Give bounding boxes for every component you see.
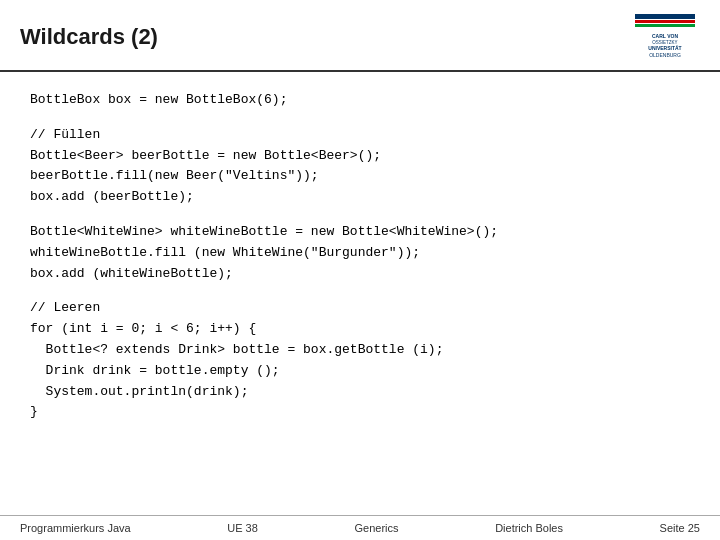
footer-page: Seite 25 bbox=[660, 522, 700, 534]
svg-rect-3 bbox=[635, 24, 695, 27]
svg-rect-2 bbox=[635, 20, 695, 23]
footer-ue: UE 38 bbox=[227, 522, 258, 534]
slide-footer: Programmierkurs Java UE 38 Generics Diet… bbox=[0, 515, 720, 540]
code-section-1: BottleBox box = new BottleBox(6); bbox=[30, 90, 690, 111]
code-text-2: // Füllen Bottle<Beer> beerBottle = new … bbox=[30, 125, 690, 208]
code-section-4: // Leeren for (int i = 0; i < 6; i++) { … bbox=[30, 298, 690, 423]
footer-course: Programmierkurs Java bbox=[20, 522, 131, 534]
slide: Wildcards (2) CARL VON OSSIETZKY UNIVERS… bbox=[0, 0, 720, 540]
code-text-4: // Leeren for (int i = 0; i < 6; i++) { … bbox=[30, 298, 690, 423]
svg-text:OLDENBURG: OLDENBURG bbox=[649, 52, 681, 58]
code-section-2: // Füllen Bottle<Beer> beerBottle = new … bbox=[30, 125, 690, 208]
code-text-3: Bottle<WhiteWine> whiteWineBottle = new … bbox=[30, 222, 690, 284]
code-text-1: BottleBox box = new BottleBox(6); bbox=[30, 90, 690, 111]
slide-header: Wildcards (2) CARL VON OSSIETZKY UNIVERS… bbox=[0, 0, 720, 72]
code-section-3: Bottle<WhiteWine> whiteWineBottle = new … bbox=[30, 222, 690, 284]
footer-author: Dietrich Boles bbox=[495, 522, 563, 534]
svg-rect-1 bbox=[635, 14, 695, 19]
footer-topic: Generics bbox=[354, 522, 398, 534]
university-logo: CARL VON OSSIETZKY UNIVERSITÄT OLDENBURG bbox=[630, 12, 700, 62]
slide-content: BottleBox box = new BottleBox(6); // Fül… bbox=[0, 72, 720, 515]
slide-title: Wildcards (2) bbox=[20, 24, 158, 50]
svg-text:UNIVERSITÄT: UNIVERSITÄT bbox=[648, 45, 681, 51]
svg-text:CARL VON: CARL VON bbox=[652, 33, 678, 39]
